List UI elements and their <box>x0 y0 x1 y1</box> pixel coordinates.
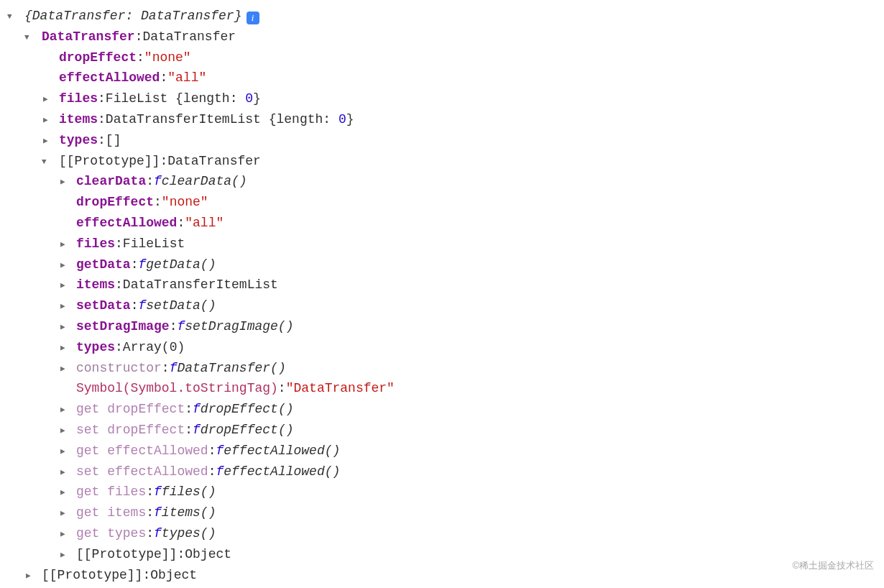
prop-row-types[interactable]: types : [] <box>7 130 877 151</box>
function-keyword: f <box>193 399 201 420</box>
prop-key: types <box>76 337 115 358</box>
prop-value: DataTransfer() <box>177 358 285 379</box>
prop-row-prototype[interactable]: [[Prototype]] : DataTransfer <box>7 151 877 172</box>
expand-toggle-icon[interactable] <box>59 300 76 313</box>
prop-row-proto-dropeffect[interactable]: dropEffect : "none" <box>7 192 877 213</box>
prop-row-getdata[interactable]: getData : f getData() <box>7 254 877 275</box>
prop-row-set-dropeffect[interactable]: set dropEffect : f dropEffect() <box>7 420 877 441</box>
prop-value: [] <box>106 130 121 151</box>
prop-row-outer-prototype[interactable]: [[Prototype]] : Object <box>7 565 877 586</box>
expand-toggle-icon[interactable] <box>59 259 76 272</box>
expand-toggle-icon[interactable] <box>24 32 42 45</box>
prop-key: dropEffect <box>76 192 154 213</box>
function-keyword: f <box>138 254 146 275</box>
expand-toggle-icon[interactable] <box>42 135 59 148</box>
expand-toggle-icon[interactable] <box>59 239 76 252</box>
prop-key: set effectAllowed <box>76 461 208 482</box>
prop-value: effectAllowed() <box>224 461 340 482</box>
prop-value: "all" <box>167 68 206 88</box>
expand-toggle-icon[interactable] <box>42 156 59 169</box>
function-keyword: f <box>154 523 162 544</box>
prop-row-items[interactable]: items : DataTransferItemList {length: 0} <box>7 109 877 130</box>
prop-value: setDragImage() <box>185 316 293 337</box>
function-keyword: f <box>193 420 201 441</box>
prop-key: [[Prototype]] <box>76 544 177 565</box>
expand-toggle-icon[interactable] <box>24 570 42 583</box>
expand-toggle-icon[interactable] <box>59 467 76 479</box>
expand-toggle-icon[interactable] <box>59 342 76 355</box>
function-keyword: f <box>177 316 185 337</box>
expand-toggle-icon[interactable] <box>59 446 76 459</box>
function-keyword: f <box>138 295 146 316</box>
prop-row-cleardata[interactable]: clearData : f clearData() <box>7 171 877 192</box>
expand-toggle-icon[interactable] <box>7 11 24 24</box>
expand-toggle-icon[interactable] <box>59 549 76 562</box>
prop-value: files() <box>162 482 216 502</box>
prop-key: effectAllowed <box>59 68 160 88</box>
prop-key: get types <box>76 523 146 544</box>
expand-toggle-icon[interactable] <box>59 404 76 417</box>
prop-row-proto-files[interactable]: files : FileList <box>7 234 877 254</box>
prop-key: [[Prototype]] <box>59 151 160 172</box>
prop-row-inner-prototype[interactable]: [[Prototype]] : Object <box>7 544 877 565</box>
expand-toggle-icon[interactable] <box>42 114 59 127</box>
expand-toggle-icon[interactable] <box>59 487 76 500</box>
prop-key: Symbol(Symbol.toStringTag) <box>76 378 278 399</box>
prop-key: clearData <box>76 171 146 192</box>
info-icon[interactable]: i <box>247 12 259 24</box>
function-keyword: f <box>154 482 162 502</box>
function-keyword: f <box>154 171 162 192</box>
expand-toggle-icon[interactable] <box>59 425 76 438</box>
prop-value: FileList {length: 0} <box>106 88 261 109</box>
prop-key: effectAllowed <box>76 213 177 234</box>
prop-value: Object <box>185 544 231 565</box>
expand-toggle-icon[interactable] <box>59 528 76 541</box>
prop-row-files[interactable]: files : FileList {length: 0} <box>7 88 877 109</box>
function-keyword: f <box>170 358 178 379</box>
prop-key: files <box>76 234 115 254</box>
watermark: ©稀土掘金技术社区 <box>792 559 874 574</box>
prop-row-proto-effectallowed[interactable]: effectAllowed : "all" <box>7 213 877 234</box>
prop-value: DataTransferItemList <box>123 275 278 295</box>
prop-row-get-types[interactable]: get types : f types() <box>7 523 877 544</box>
prop-row-get-dropeffect[interactable]: get dropEffect : f dropEffect() <box>7 399 877 420</box>
prop-value: "all" <box>185 213 224 234</box>
prop-row-get-files[interactable]: get files : f files() <box>7 482 877 502</box>
prop-row-get-items[interactable]: get items : f items() <box>7 502 877 523</box>
prop-key: setData <box>76 295 131 316</box>
root-summary: {DataTransfer: DataTransfer} <box>24 6 242 27</box>
prop-row-datatransfer[interactable]: DataTransfer : DataTransfer <box>7 27 877 47</box>
prop-value: "none" <box>162 192 208 213</box>
prop-value: items() <box>162 502 216 523</box>
function-keyword: f <box>216 441 224 461</box>
prop-row-setdragimage[interactable]: setDragImage : f setDragImage() <box>7 316 877 337</box>
prop-key: getData <box>76 254 131 275</box>
prop-row-dropeffect[interactable]: dropEffect : "none" <box>7 47 877 68</box>
prop-value: Array(0) <box>123 337 185 358</box>
prop-row-setdata[interactable]: setData : f setData() <box>7 295 877 316</box>
expand-toggle-icon[interactable] <box>59 321 76 334</box>
prop-key: files <box>59 88 98 109</box>
expand-toggle-icon[interactable] <box>59 363 76 376</box>
prop-value: dropEffect() <box>201 399 294 420</box>
expand-toggle-icon[interactable] <box>42 93 59 106</box>
expand-toggle-icon[interactable] <box>59 507 76 520</box>
prop-row-constructor[interactable]: constructor : f DataTransfer() <box>7 358 877 379</box>
prop-key: types <box>59 130 98 151</box>
prop-row-proto-items[interactable]: items : DataTransferItemList <box>7 275 877 295</box>
prop-row-symbol-tostringtag[interactable]: Symbol(Symbol.toStringTag) : "DataTransf… <box>7 378 877 399</box>
prop-value: FileList <box>123 234 185 254</box>
expand-toggle-icon[interactable] <box>59 176 76 189</box>
prop-row-set-effectallowed[interactable]: set effectAllowed : f effectAllowed() <box>7 461 877 482</box>
prop-value: "none" <box>144 47 191 68</box>
prop-key: items <box>76 275 115 295</box>
prop-row-effectallowed[interactable]: effectAllowed : "all" <box>7 68 877 88</box>
prop-key: get items <box>76 502 146 523</box>
prop-value: clearData() <box>162 171 247 192</box>
prop-row-proto-types[interactable]: types : Array(0) <box>7 337 877 358</box>
prop-row-get-effectallowed[interactable]: get effectAllowed : f effectAllowed() <box>7 441 877 461</box>
root-summary-row[interactable]: {DataTransfer: DataTransfer} i <box>7 6 877 27</box>
function-keyword: f <box>154 502 162 523</box>
expand-toggle-icon[interactable] <box>59 280 76 293</box>
prop-value: "DataTransfer" <box>286 378 395 399</box>
